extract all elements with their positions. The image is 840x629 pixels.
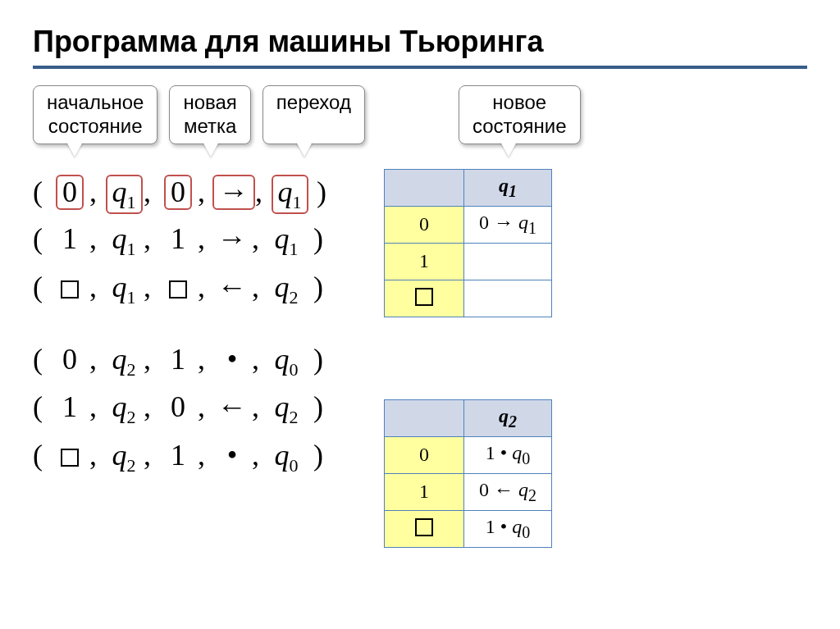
table-state-header: q2 — [464, 399, 552, 436]
tuple-row: ( 1, q2, 0, ←, q2 ) — [33, 384, 326, 431]
table-q2: q201 • q010 ← q21 • q0 — [384, 399, 552, 548]
table-value-cell: 1 • q0 — [464, 510, 552, 547]
label-transition: переход — [262, 85, 365, 144]
tuple-row: ( 1, q1, 1, →, q1 ) — [33, 216, 326, 263]
tuple-row: ( 0, q2, 1, •, q0 ) — [33, 336, 326, 384]
table-value-cell — [464, 280, 552, 317]
table-value-cell: 0 ← q2 — [464, 473, 552, 510]
tuple-row: ( , q2, 1, •, q0 ) — [33, 432, 326, 480]
label-new-mark: новая метка — [169, 85, 250, 144]
table-value-cell: 1 • q0 — [464, 436, 552, 473]
table-state-header: q1 — [464, 169, 552, 206]
label-initial-state: начальное состояние — [33, 85, 158, 144]
tuple-row: ( , q1, , ←, q2 ) — [33, 264, 326, 312]
table-value-cell: 0 → q1 — [464, 206, 552, 243]
labels-row: начальное состояние новая метка переход … — [33, 85, 807, 144]
title-underline — [33, 66, 807, 69]
tuples-list: ( 0, q1, 0, →, q1 )( 1, q1, 1, →, q1 )( … — [33, 169, 326, 504]
page-title: Программа для машины Тьюринга — [33, 25, 807, 59]
table-symbol-cell: 0 — [385, 206, 464, 243]
table-value-cell — [464, 243, 552, 280]
label-new-state: новое состояние — [459, 85, 581, 144]
table-q1: q100 → q11 — [384, 169, 552, 317]
table-symbol-cell — [385, 510, 464, 547]
tuple-row: ( 0, q1, 0, →, q1 ) — [33, 169, 326, 217]
table-symbol-cell: 1 — [385, 243, 464, 280]
table-symbol-cell — [385, 280, 464, 317]
table-symbol-cell: 1 — [385, 473, 464, 510]
table-symbol-cell: 0 — [385, 436, 464, 473]
